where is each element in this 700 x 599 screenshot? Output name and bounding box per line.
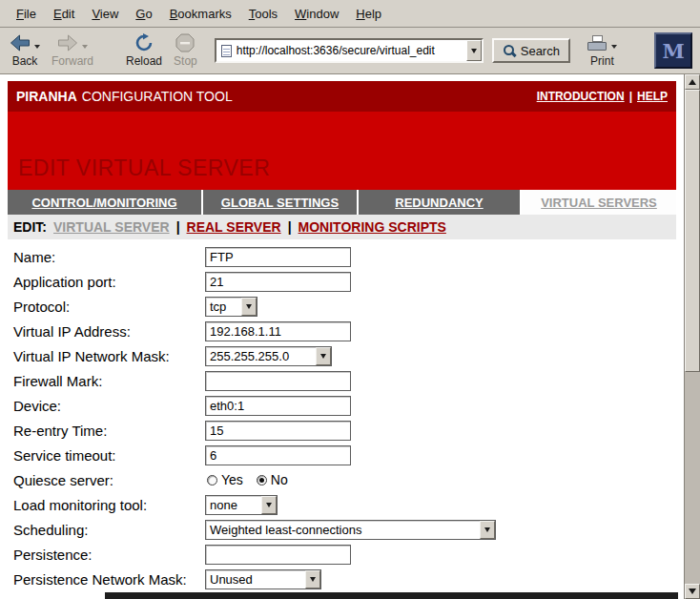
menu-view[interactable]: View bbox=[83, 2, 127, 26]
back-label: Back bbox=[12, 54, 38, 68]
subnav-links: VIRTUAL SERVER|REAL SERVER|MONITORING SC… bbox=[53, 219, 446, 235]
input-persistence[interactable] bbox=[205, 545, 351, 565]
label-scheduling: Scheduling: bbox=[13, 522, 205, 538]
select-protocol[interactable]: tcp bbox=[205, 297, 257, 317]
label-re-entry-time: Re-entry Time: bbox=[13, 423, 205, 439]
radio-group-quiesce-server: YesNo bbox=[207, 472, 288, 487]
menu-accel: H bbox=[356, 7, 364, 21]
form-row-name: Name:FTP bbox=[13, 244, 684, 269]
url-input[interactable]: http://localhost:3636/secure/virtual_edi… bbox=[237, 44, 466, 57]
select-virtual-ip-network-mask[interactable]: 255.255.255.0 bbox=[205, 346, 332, 366]
tab-global-settings[interactable]: GLOBAL SETTINGS bbox=[203, 190, 357, 215]
subnav-monitoring-scripts[interactable]: MONITORING SCRIPTS bbox=[299, 219, 446, 235]
menu-accel: V bbox=[92, 7, 99, 21]
menu-bookmarks[interactable]: Bookmarks bbox=[161, 2, 240, 26]
print-dropdown-icon[interactable] bbox=[611, 45, 617, 49]
back-button[interactable]: Back bbox=[6, 31, 44, 70]
input-firewall-mark[interactable] bbox=[205, 371, 351, 391]
label-application-port: Application port: bbox=[13, 274, 205, 290]
back-dropdown-icon[interactable] bbox=[34, 45, 40, 49]
reload-button[interactable]: Reload bbox=[122, 31, 166, 70]
label-virtual-ip-address: Virtual IP Address: bbox=[13, 323, 205, 340]
form-row-virtual-ip-address: Virtual IP Address:192.168.1.11 bbox=[13, 319, 684, 343]
arrow-up-icon bbox=[689, 79, 696, 85]
subnav-virtual-server[interactable]: VIRTUAL SERVER bbox=[53, 219, 170, 235]
menu-tools[interactable]: Tools bbox=[240, 2, 286, 26]
search-icon bbox=[503, 44, 516, 57]
subnav-real-server[interactable]: REAL SERVER bbox=[187, 219, 281, 235]
arrow-down-icon bbox=[689, 589, 696, 594]
input-virtual-ip-address[interactable]: 192.168.1.11 bbox=[205, 321, 351, 341]
menu-window[interactable]: Window bbox=[286, 2, 347, 26]
tab-redundancy[interactable]: REDUNDANCY bbox=[359, 190, 520, 215]
dropdown-button-persistence-network-mask[interactable] bbox=[305, 570, 320, 589]
help-link[interactable]: HELP bbox=[637, 90, 668, 103]
print-icon bbox=[587, 35, 607, 52]
radio-quiesce-server-yes[interactable]: Yes bbox=[207, 472, 243, 487]
radio-quiesce-server-no[interactable]: No bbox=[257, 472, 288, 487]
dropdown-button-scheduling[interactable] bbox=[480, 521, 495, 539]
menu-go[interactable]: Go bbox=[127, 2, 160, 26]
select-persistence-network-mask[interactable]: Unused bbox=[205, 569, 321, 589]
radio-label: Yes bbox=[221, 472, 243, 487]
label-device: Device: bbox=[13, 398, 205, 414]
vertical-scrollbar[interactable] bbox=[684, 74, 700, 599]
menu-accel: G bbox=[135, 7, 145, 21]
chevron-down-icon bbox=[320, 354, 326, 359]
dropdown-button-load-monitoring-tool[interactable] bbox=[261, 496, 277, 514]
form-row-service-timeout: Service timeout:6 bbox=[13, 443, 684, 467]
dropdown-button-protocol[interactable] bbox=[241, 298, 257, 316]
subnav-bar: EDIT: VIRTUAL SERVER|REAL SERVER|MONITOR… bbox=[8, 215, 676, 239]
menu-help[interactable]: Help bbox=[347, 2, 390, 26]
select-scheduling[interactable]: Weighted least-connections bbox=[205, 520, 496, 540]
chevron-down-icon bbox=[266, 503, 272, 507]
input-device[interactable]: eth0:1 bbox=[205, 396, 351, 416]
page-viewport: PIRANHACONFIGURATION TOOL INTRODUCTION |… bbox=[0, 74, 684, 599]
input-re-entry-time[interactable]: 15 bbox=[205, 421, 351, 441]
form-row-quiesce-server: Quiesce server:YesNo bbox=[13, 467, 684, 492]
forward-button: Forward bbox=[48, 31, 97, 70]
url-bar[interactable]: http://localhost:3636/secure/virtual_edi… bbox=[215, 38, 484, 63]
scroll-down-button[interactable] bbox=[685, 584, 700, 599]
search-button[interactable]: Search bbox=[492, 38, 570, 63]
label-firewall-mark: Firewall Mark: bbox=[13, 373, 205, 389]
radio-label: No bbox=[271, 472, 288, 487]
select-load-monitoring-tool[interactable]: none bbox=[205, 495, 278, 515]
chevron-down-icon bbox=[471, 49, 477, 53]
dropdown-button-virtual-ip-network-mask[interactable] bbox=[316, 347, 331, 365]
introduction-link[interactable]: INTRODUCTION bbox=[537, 90, 625, 103]
chevron-down-icon bbox=[484, 527, 490, 532]
form-row-virtual-ip-network-mask: Virtual IP Network Mask:255.255.255.0 bbox=[13, 343, 684, 368]
stop-icon bbox=[175, 33, 195, 52]
page-title: EDIT VIRTUAL SERVER bbox=[18, 155, 270, 181]
bottom-partial-bar bbox=[105, 592, 678, 599]
mozilla-logo[interactable]: M bbox=[654, 32, 692, 69]
url-history-dropdown[interactable] bbox=[466, 40, 482, 61]
input-name[interactable]: FTP bbox=[205, 247, 351, 267]
form-area: Name:FTPApplication port:21Protocol:tcpV… bbox=[0, 239, 684, 591]
reload-icon bbox=[134, 33, 154, 52]
print-button[interactable]: Print bbox=[584, 31, 621, 70]
input-application-port[interactable]: 21 bbox=[205, 272, 351, 292]
tab-virtual-servers[interactable]: VIRTUAL SERVERS bbox=[522, 190, 676, 215]
radio-icon bbox=[207, 475, 217, 485]
forward-dropdown-icon bbox=[82, 45, 88, 49]
label-persistence: Persistence: bbox=[13, 547, 205, 563]
scroll-up-button[interactable] bbox=[685, 74, 700, 90]
menu-file[interactable]: File bbox=[8, 2, 45, 26]
menu-edit[interactable]: Edit bbox=[45, 2, 83, 26]
app-title-strong: PIRANHA bbox=[16, 89, 77, 104]
select-value-persistence-network-mask: Unused bbox=[206, 572, 305, 587]
input-service-timeout[interactable]: 6 bbox=[205, 445, 351, 465]
forward-icon bbox=[57, 34, 78, 52]
form-row-scheduling: Scheduling:Weighted least-connections bbox=[13, 517, 684, 542]
subnav-separator: | bbox=[176, 219, 180, 235]
label-name: Name: bbox=[13, 249, 205, 265]
search-label: Search bbox=[521, 44, 560, 58]
subnav-separator: | bbox=[288, 219, 292, 235]
subnav-prefix: EDIT: bbox=[13, 219, 47, 235]
tab-control-monitoring[interactable]: CONTROL/MONITORING bbox=[8, 190, 201, 215]
scrollbar-thumb[interactable] bbox=[685, 90, 700, 372]
stop-label: Stop bbox=[174, 54, 197, 68]
radio-icon bbox=[257, 475, 267, 485]
